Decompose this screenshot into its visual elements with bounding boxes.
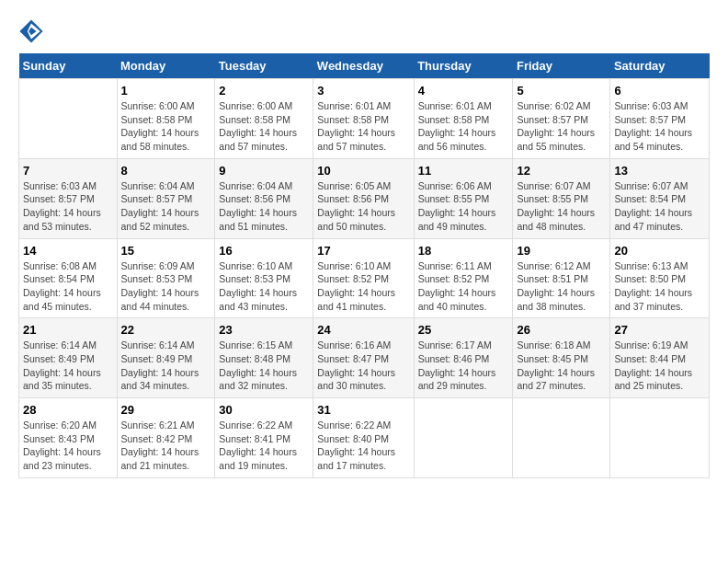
calendar-table: SundayMondayTuesdayWednesdayThursdayFrid… [18,53,710,478]
calendar-cell: 5Sunrise: 6:02 AM Sunset: 8:57 PM Daylig… [513,79,610,159]
calendar-cell: 4Sunrise: 6:01 AM Sunset: 8:58 PM Daylig… [414,79,513,159]
day-info: Sunrise: 6:07 AM Sunset: 8:54 PM Dayligh… [614,179,705,234]
day-number: 6 [614,84,705,98]
header-saturday: Saturday [610,53,710,79]
day-number: 24 [317,323,409,337]
day-number: 26 [517,323,606,337]
day-number: 20 [614,244,705,258]
calendar-cell: 31Sunrise: 6:22 AM Sunset: 8:40 PM Dayli… [313,398,414,478]
day-info: Sunrise: 6:00 AM Sunset: 8:58 PM Dayligh… [219,99,309,154]
day-info: Sunrise: 6:12 AM Sunset: 8:51 PM Dayligh… [517,259,606,314]
calendar-week-row: 28Sunrise: 6:20 AM Sunset: 8:43 PM Dayli… [19,398,710,478]
day-number: 15 [121,244,211,258]
day-info: Sunrise: 6:10 AM Sunset: 8:53 PM Dayligh… [219,259,309,314]
calendar-cell [513,398,610,478]
day-number: 11 [418,164,509,178]
day-number: 25 [418,323,509,337]
day-info: Sunrise: 6:16 AM Sunset: 8:47 PM Dayligh… [317,339,409,393]
day-info: Sunrise: 6:14 AM Sunset: 8:49 PM Dayligh… [23,339,113,393]
day-number: 19 [517,244,606,258]
day-info: Sunrise: 6:07 AM Sunset: 8:55 PM Dayligh… [517,179,606,234]
day-info: Sunrise: 6:11 AM Sunset: 8:52 PM Dayligh… [418,259,509,314]
day-info: Sunrise: 6:15 AM Sunset: 8:48 PM Dayligh… [219,339,309,393]
calendar-cell: 20Sunrise: 6:13 AM Sunset: 8:50 PM Dayli… [610,238,710,318]
calendar-cell: 1Sunrise: 6:00 AM Sunset: 8:58 PM Daylig… [117,79,215,159]
logo-icon [18,18,44,44]
day-info: Sunrise: 6:00 AM Sunset: 8:58 PM Dayligh… [121,99,211,154]
day-number: 4 [418,84,509,98]
calendar-cell: 9Sunrise: 6:04 AM Sunset: 8:56 PM Daylig… [215,158,313,238]
calendar-week-row: 1Sunrise: 6:00 AM Sunset: 8:58 PM Daylig… [19,79,710,159]
day-info: Sunrise: 6:10 AM Sunset: 8:52 PM Dayligh… [317,259,409,314]
day-number: 18 [418,244,509,258]
calendar-cell: 13Sunrise: 6:07 AM Sunset: 8:54 PM Dayli… [610,158,710,238]
calendar-week-row: 21Sunrise: 6:14 AM Sunset: 8:49 PM Dayli… [19,318,710,398]
calendar-cell: 2Sunrise: 6:00 AM Sunset: 8:58 PM Daylig… [215,79,313,159]
calendar-cell: 29Sunrise: 6:21 AM Sunset: 8:42 PM Dayli… [117,398,215,478]
header-wednesday: Wednesday [313,53,414,79]
calendar-cell [414,398,513,478]
day-info: Sunrise: 6:17 AM Sunset: 8:46 PM Dayligh… [418,339,509,393]
calendar-cell: 16Sunrise: 6:10 AM Sunset: 8:53 PM Dayli… [215,238,313,318]
day-number: 12 [517,164,606,178]
day-number: 1 [121,84,211,98]
day-info: Sunrise: 6:06 AM Sunset: 8:55 PM Dayligh… [418,179,509,234]
day-number: 7 [23,164,113,178]
calendar-cell: 12Sunrise: 6:07 AM Sunset: 8:55 PM Dayli… [513,158,610,238]
calendar-cell: 18Sunrise: 6:11 AM Sunset: 8:52 PM Dayli… [414,238,513,318]
day-number: 29 [121,403,211,417]
day-info: Sunrise: 6:04 AM Sunset: 8:57 PM Dayligh… [121,179,211,234]
day-info: Sunrise: 6:22 AM Sunset: 8:40 PM Dayligh… [317,419,409,473]
calendar-cell: 6Sunrise: 6:03 AM Sunset: 8:57 PM Daylig… [610,79,710,159]
calendar-cell: 26Sunrise: 6:18 AM Sunset: 8:45 PM Dayli… [513,318,610,398]
day-info: Sunrise: 6:05 AM Sunset: 8:56 PM Dayligh… [317,179,409,234]
day-number: 10 [317,164,409,178]
calendar-cell: 22Sunrise: 6:14 AM Sunset: 8:49 PM Dayli… [117,318,215,398]
day-number: 30 [219,403,309,417]
calendar-cell: 17Sunrise: 6:10 AM Sunset: 8:52 PM Dayli… [313,238,414,318]
calendar-cell: 3Sunrise: 6:01 AM Sunset: 8:58 PM Daylig… [313,79,414,159]
calendar-cell: 25Sunrise: 6:17 AM Sunset: 8:46 PM Dayli… [414,318,513,398]
day-info: Sunrise: 6:08 AM Sunset: 8:54 PM Dayligh… [23,259,113,314]
calendar-week-row: 14Sunrise: 6:08 AM Sunset: 8:54 PM Dayli… [19,238,710,318]
day-info: Sunrise: 6:03 AM Sunset: 8:57 PM Dayligh… [23,179,113,234]
day-number: 31 [317,403,409,417]
calendar-cell: 24Sunrise: 6:16 AM Sunset: 8:47 PM Dayli… [313,318,414,398]
calendar-cell: 10Sunrise: 6:05 AM Sunset: 8:56 PM Dayli… [313,158,414,238]
calendar-cell: 14Sunrise: 6:08 AM Sunset: 8:54 PM Dayli… [19,238,118,318]
day-number: 8 [121,164,211,178]
calendar-cell: 23Sunrise: 6:15 AM Sunset: 8:48 PM Dayli… [215,318,313,398]
day-number: 28 [23,403,113,417]
day-info: Sunrise: 6:14 AM Sunset: 8:49 PM Dayligh… [121,339,211,393]
calendar-cell: 27Sunrise: 6:19 AM Sunset: 8:44 PM Dayli… [610,318,710,398]
calendar-cell: 8Sunrise: 6:04 AM Sunset: 8:57 PM Daylig… [117,158,215,238]
day-number: 27 [614,323,705,337]
day-info: Sunrise: 6:21 AM Sunset: 8:42 PM Dayligh… [121,419,211,473]
calendar-cell: 7Sunrise: 6:03 AM Sunset: 8:57 PM Daylig… [19,158,118,238]
day-info: Sunrise: 6:01 AM Sunset: 8:58 PM Dayligh… [317,99,409,154]
day-info: Sunrise: 6:19 AM Sunset: 8:44 PM Dayligh… [614,339,705,393]
day-info: Sunrise: 6:03 AM Sunset: 8:57 PM Dayligh… [614,99,705,154]
calendar-cell: 11Sunrise: 6:06 AM Sunset: 8:55 PM Dayli… [414,158,513,238]
header-monday: Monday [117,53,215,79]
calendar-cell [19,79,118,159]
day-number: 13 [614,164,705,178]
calendar-header-row: SundayMondayTuesdayWednesdayThursdayFrid… [19,53,710,79]
day-number: 17 [317,244,409,258]
day-number: 9 [219,164,309,178]
calendar-cell [610,398,710,478]
header-tuesday: Tuesday [215,53,313,79]
day-info: Sunrise: 6:18 AM Sunset: 8:45 PM Dayligh… [517,339,606,393]
calendar-cell: 19Sunrise: 6:12 AM Sunset: 8:51 PM Dayli… [513,238,610,318]
day-number: 22 [121,323,211,337]
logo [18,18,48,44]
header-friday: Friday [513,53,610,79]
header-sunday: Sunday [19,53,118,79]
day-info: Sunrise: 6:13 AM Sunset: 8:50 PM Dayligh… [614,259,705,314]
day-info: Sunrise: 6:22 AM Sunset: 8:41 PM Dayligh… [219,419,309,473]
calendar-week-row: 7Sunrise: 6:03 AM Sunset: 8:57 PM Daylig… [19,158,710,238]
calendar-cell: 30Sunrise: 6:22 AM Sunset: 8:41 PM Dayli… [215,398,313,478]
day-info: Sunrise: 6:02 AM Sunset: 8:57 PM Dayligh… [517,99,606,154]
day-info: Sunrise: 6:01 AM Sunset: 8:58 PM Dayligh… [418,99,509,154]
header-thursday: Thursday [414,53,513,79]
